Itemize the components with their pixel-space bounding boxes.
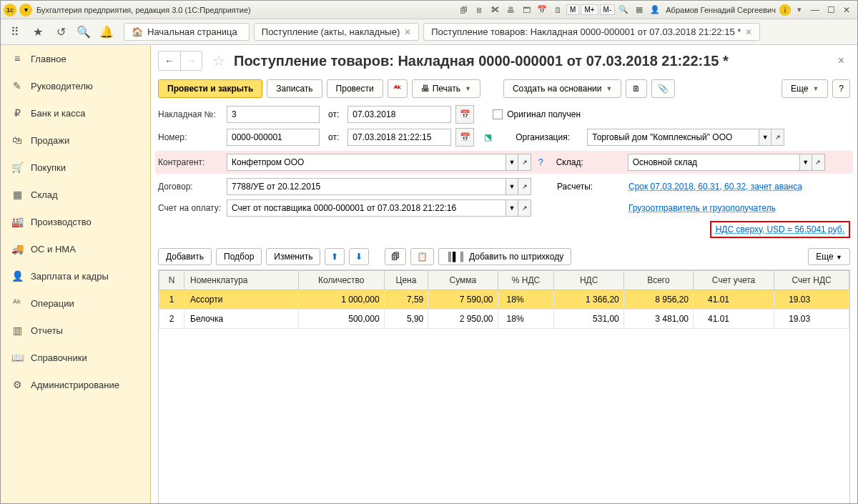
print-button[interactable]: 🖶Печать▼: [412, 79, 480, 98]
open-icon[interactable]: ↗: [771, 129, 784, 146]
post-and-close-button[interactable]: Провести и закрыть: [158, 79, 262, 98]
open-icon[interactable]: ↗: [812, 154, 825, 171]
move-down-button[interactable]: ⬇: [349, 248, 369, 265]
calendar-icon[interactable]: 📅: [455, 105, 474, 124]
sidebar-item-manager[interactable]: ✎Руководителю: [1, 72, 150, 99]
attach-button[interactable]: 📎: [651, 79, 675, 98]
sidebar-item-sales[interactable]: 🛍Продажи: [1, 127, 150, 154]
contract-input[interactable]: [227, 178, 506, 195]
calc-icon[interactable]: 🗓: [551, 3, 565, 17]
pick-button[interactable]: Подбор: [216, 248, 262, 265]
info-icon[interactable]: i: [779, 4, 791, 16]
create-based-button[interactable]: Создать на основании▼: [503, 79, 621, 98]
warehouse-input[interactable]: [628, 154, 799, 171]
contragent-input[interactable]: [227, 154, 506, 171]
mem-m-button[interactable]: M: [566, 4, 579, 15]
sidebar-item-production[interactable]: 🏭Производство: [1, 208, 150, 235]
sidebar-item-assets[interactable]: 🚚ОС и НМА: [1, 235, 150, 262]
copy-button[interactable]: 🗐: [385, 248, 406, 265]
number-input[interactable]: [227, 129, 320, 146]
chevron-down-icon[interactable]: ▼: [799, 154, 812, 171]
col-sum[interactable]: Сумма: [428, 271, 498, 290]
sidebar-item-reports[interactable]: ▥Отчеты: [1, 317, 150, 344]
add-row-button[interactable]: Добавить: [158, 248, 212, 265]
save-button[interactable]: Записать: [267, 79, 322, 98]
bill-input[interactable]: [227, 199, 506, 217]
open-icon[interactable]: ↗: [518, 199, 531, 217]
titlebar-icon[interactable]: 🗐: [456, 3, 470, 17]
col-vat-pct[interactable]: % НДС: [498, 271, 554, 290]
post-button[interactable]: Провести: [327, 79, 383, 98]
close-icon[interactable]: ✕: [745, 27, 752, 37]
close-window-button[interactable]: ✕: [839, 4, 854, 16]
sidebar-item-main[interactable]: ≡Главное: [1, 45, 150, 72]
table-more-button[interactable]: Еще ▼: [808, 248, 850, 265]
nav-forward-button[interactable]: →: [180, 51, 202, 70]
favorite-icon[interactable]: ★: [28, 22, 48, 42]
chevron-down-icon[interactable]: ▼: [759, 129, 771, 146]
mem-mminus-button[interactable]: M-: [600, 4, 616, 15]
edit-button[interactable]: Изменить: [266, 248, 320, 265]
status-icon[interactable]: ⬔: [478, 128, 497, 147]
help-link[interactable]: ?: [538, 157, 543, 167]
col-total[interactable]: Всего: [623, 271, 693, 290]
calendar-icon[interactable]: 📅: [455, 128, 474, 147]
vat-settings-link[interactable]: НДС сверху, USD = 56,5041 руб.: [716, 224, 844, 234]
open-icon[interactable]: ↗: [518, 178, 531, 195]
col-vat[interactable]: НДС: [554, 271, 623, 290]
original-received-checkbox[interactable]: [493, 109, 503, 119]
col-name[interactable]: Номенклатура: [184, 271, 299, 290]
app-back-icon[interactable]: ▾: [19, 4, 32, 16]
form-icon-button[interactable]: 🗎: [626, 79, 647, 98]
table-row[interactable]: 2Белочка500,0005,902 950,0018%531,003 48…: [159, 310, 849, 329]
col-price[interactable]: Цена: [384, 271, 428, 290]
zoom-icon[interactable]: 🔍: [616, 3, 631, 17]
chevron-down-icon[interactable]: ▼: [506, 178, 518, 195]
titlebar-icon[interactable]: 🗎: [472, 3, 486, 17]
col-account[interactable]: Счет учета: [694, 271, 774, 290]
tab-document[interactable]: Поступление товаров: Накладная 0000-0000…: [423, 23, 760, 41]
barcode-button[interactable]: ║▌║Добавить по штрихкоду: [438, 248, 571, 265]
tab-home[interactable]: 🏠 Начальная страница: [124, 23, 250, 41]
col-n[interactable]: N: [159, 271, 184, 290]
open-icon[interactable]: ↗: [518, 154, 531, 171]
search-icon[interactable]: 🔍: [74, 22, 94, 42]
col-vat-account[interactable]: Счет НДС: [774, 271, 849, 290]
sidebar-item-references[interactable]: 📖Справочники: [1, 344, 150, 371]
dropdown-icon[interactable]: ▾: [792, 3, 807, 17]
sidebar-item-purchases[interactable]: 🛒Покупки: [1, 154, 150, 181]
close-icon[interactable]: ✕: [404, 27, 411, 37]
calendar-icon[interactable]: 📅: [535, 3, 549, 17]
mem-mplus-button[interactable]: M+: [581, 4, 598, 15]
invoice-date-input[interactable]: [347, 106, 451, 123]
notify-icon[interactable]: 🔔: [97, 22, 117, 42]
titlebar-icon[interactable]: ✀: [488, 3, 502, 17]
dt-kt-button[interactable]: ᴬᵏ: [388, 79, 408, 98]
org-input[interactable]: [587, 129, 759, 146]
number-date-input[interactable]: [347, 129, 451, 146]
sidebar-item-bank[interactable]: ₽Банк и касса: [1, 99, 150, 127]
invoice-no-input[interactable]: [227, 106, 320, 123]
preview-icon[interactable]: 🗔: [519, 3, 533, 17]
nav-back-button[interactable]: ←: [159, 51, 180, 70]
tab-receipts[interactable]: Поступление (акты, накладные) ✕: [254, 23, 419, 41]
apps-menu-icon[interactable]: ⠿: [5, 22, 25, 42]
help-button[interactable]: ?: [832, 79, 850, 98]
grid-icon[interactable]: ▦: [632, 3, 646, 17]
table-row[interactable]: 1Ассорти1 000,0007,597 590,0018%1 366,20…: [159, 290, 849, 310]
chevron-down-icon[interactable]: ▼: [506, 154, 518, 171]
calculations-link[interactable]: Срок 07.03.2018, 60.31, 60.32, зачет ава…: [628, 182, 802, 192]
more-button[interactable]: Еще▼: [781, 79, 828, 98]
maximize-button[interactable]: ☐: [823, 4, 839, 16]
paste-button[interactable]: 📋: [410, 248, 434, 265]
sidebar-item-admin[interactable]: ⚙Администрирование: [1, 371, 150, 398]
shipper-link[interactable]: Грузоотправитель и грузополучатель: [628, 203, 776, 213]
chevron-down-icon[interactable]: ▼: [506, 199, 518, 217]
col-qty[interactable]: Количество: [299, 271, 385, 290]
close-document-button[interactable]: ×: [832, 54, 850, 67]
move-up-button[interactable]: ⬆: [325, 248, 345, 265]
sidebar-item-warehouse[interactable]: ▦Склад: [1, 181, 150, 208]
history-icon[interactable]: ↺: [51, 22, 71, 42]
sidebar-item-operations[interactable]: ᴬᵏОперации: [1, 290, 150, 317]
print-icon[interactable]: 🖶: [503, 3, 518, 17]
